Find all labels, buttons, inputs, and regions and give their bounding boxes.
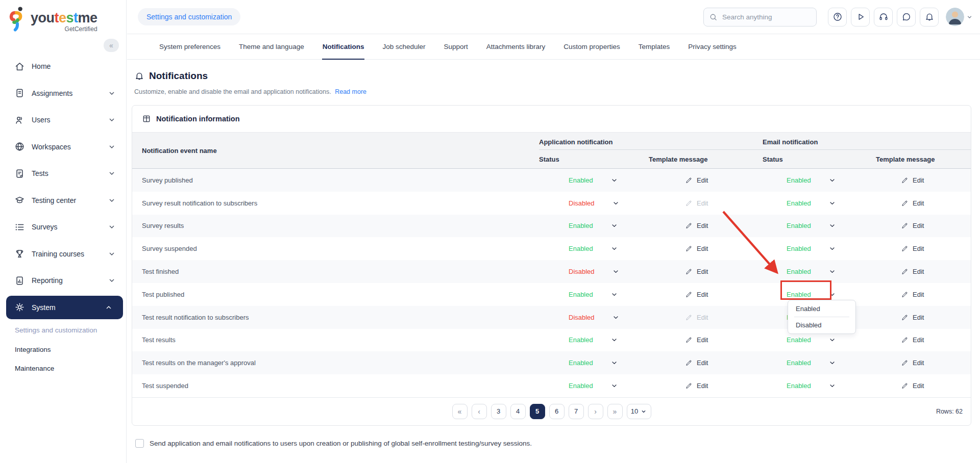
page-nav-button[interactable]: » [607, 404, 623, 419]
email-edit-button[interactable]: Edit [901, 245, 924, 252]
sidebar-item-reporting[interactable]: Reporting [0, 267, 126, 294]
email-edit-button[interactable]: Edit [901, 359, 924, 367]
sidebar-item-system[interactable]: System [6, 296, 123, 320]
status-value[interactable]: Enabled [569, 176, 593, 184]
page-button-5[interactable]: 5 [530, 404, 545, 419]
status-dropdown-toggle[interactable] [602, 382, 609, 390]
play-button[interactable] [851, 8, 870, 27]
chat-button[interactable] [897, 8, 916, 27]
app-edit-button[interactable]: Edit [685, 222, 708, 229]
app-edit-button[interactable]: Edit [685, 291, 708, 298]
email-edit-button[interactable]: Edit [901, 176, 924, 184]
app-edit-button[interactable]: Edit [685, 382, 708, 390]
app-edit-button[interactable]: Edit [685, 359, 708, 367]
email-edit-button[interactable]: Edit [901, 268, 924, 275]
avatar[interactable] [946, 8, 964, 26]
status-dropdown-toggle[interactable] [820, 268, 827, 275]
page-nav-button[interactable]: ‹ [472, 404, 487, 419]
email-edit-button[interactable]: Edit [901, 199, 924, 207]
status-dropdown-toggle[interactable] [820, 222, 827, 229]
status-value[interactable]: Enabled [569, 336, 593, 344]
bell-button[interactable] [920, 8, 939, 27]
menu-option-enabled[interactable]: Enabled [788, 301, 855, 317]
email-edit-button[interactable]: Edit [901, 336, 924, 344]
email-edit-button[interactable]: Edit [901, 382, 924, 390]
email-edit-button[interactable]: Edit [901, 222, 924, 229]
page-nav-button[interactable]: « [452, 404, 468, 419]
status-dropdown-toggle[interactable] [603, 268, 611, 275]
sidebar-collapse-button[interactable]: « [104, 39, 119, 52]
page-button-6[interactable]: 6 [549, 404, 565, 419]
app-edit-button[interactable]: Edit [685, 268, 708, 275]
status-dropdown-toggle[interactable] [820, 199, 827, 207]
status-dropdown-toggle[interactable] [820, 291, 827, 298]
status-dropdown-toggle[interactable] [603, 199, 611, 207]
status-value[interactable]: Enabled [787, 336, 811, 344]
status-value[interactable]: Enabled [569, 291, 593, 298]
app-edit-button[interactable]: Edit [685, 336, 708, 344]
status-value[interactable]: Enabled [569, 222, 593, 229]
status-value[interactable]: Enabled [787, 199, 811, 207]
status-value[interactable]: Enabled [569, 382, 593, 390]
status-value[interactable]: Enabled [787, 222, 811, 229]
menu-option-disabled[interactable]: Disabled [788, 317, 855, 333]
status-dropdown-toggle[interactable] [603, 314, 611, 321]
help-button[interactable] [828, 8, 847, 27]
sidebar-subitem-settings-and-customization[interactable]: Settings and customization [0, 321, 126, 340]
status-value[interactable]: Enabled [787, 382, 811, 390]
sidebar-subitem-integrations[interactable]: Integrations [0, 340, 126, 359]
sidebar-item-testing-center[interactable]: Testing center [0, 187, 126, 214]
page-size-select[interactable]: 10 [627, 404, 651, 419]
tab-privacy-settings[interactable]: Privacy settings [688, 34, 737, 59]
tab-attachments-library[interactable]: Attachments library [486, 34, 546, 59]
sidebar-subitem-maintenance[interactable]: Maintenance [0, 359, 126, 378]
status-dropdown-toggle[interactable] [602, 176, 609, 184]
app-edit-button[interactable]: Edit [685, 176, 708, 184]
app-edit-button[interactable]: Edit [685, 314, 708, 321]
page-nav-button[interactable]: › [588, 404, 603, 419]
tab-theme-and-language[interactable]: Theme and language [238, 34, 305, 59]
read-more-link[interactable]: Read more [335, 88, 366, 95]
tab-support[interactable]: Support [444, 34, 469, 59]
sidebar-item-training-courses[interactable]: Training courses [0, 241, 126, 268]
tab-custom-properties[interactable]: Custom properties [563, 34, 620, 59]
email-edit-button[interactable]: Edit [901, 291, 924, 298]
status-value[interactable]: Disabled [569, 314, 595, 321]
sidebar-item-home[interactable]: Home [0, 53, 126, 80]
status-value[interactable]: Disabled [569, 199, 595, 207]
sidebar-item-tests[interactable]: Tests [0, 160, 126, 187]
sidebar-item-users[interactable]: Users [0, 107, 126, 134]
status-dropdown-toggle[interactable] [820, 382, 827, 390]
status-value[interactable]: Enabled [569, 359, 593, 367]
user-menu[interactable] [946, 8, 973, 26]
page-button-4[interactable]: 4 [510, 404, 526, 419]
status-dropdown-toggle[interactable] [602, 359, 609, 367]
email-edit-button[interactable]: Edit [901, 314, 924, 321]
status-dropdown-toggle[interactable] [820, 336, 827, 344]
status-dropdown-toggle[interactable] [820, 359, 827, 367]
tab-notifications[interactable]: Notifications [322, 34, 365, 59]
search-input[interactable] [722, 13, 809, 21]
sidebar-item-assignments[interactable]: Assignments [0, 80, 126, 107]
send-notifications-checkbox[interactable] [135, 439, 144, 448]
status-dropdown-toggle[interactable] [602, 291, 609, 298]
page-button-3[interactable]: 3 [491, 404, 506, 419]
app-edit-button[interactable]: Edit [685, 199, 708, 207]
tab-system-preferences[interactable]: System preferences [159, 34, 221, 59]
headset-button[interactable] [874, 8, 893, 27]
status-dropdown-toggle[interactable] [820, 176, 827, 184]
status-dropdown-toggle[interactable] [602, 336, 609, 344]
app-edit-button[interactable]: Edit [685, 245, 708, 252]
status-value[interactable]: Enabled [787, 245, 811, 252]
global-search[interactable] [703, 8, 817, 27]
status-value[interactable]: Enabled [569, 245, 593, 252]
sidebar-item-surveys[interactable]: Surveys [0, 214, 126, 241]
tab-job-scheduler[interactable]: Job scheduler [382, 34, 426, 59]
status-value[interactable]: Enabled [787, 176, 811, 184]
status-value[interactable]: Enabled [787, 291, 811, 298]
status-dropdown-toggle[interactable] [602, 245, 609, 252]
status-dropdown-toggle[interactable] [820, 245, 827, 252]
status-value[interactable]: Enabled [787, 359, 811, 367]
sidebar-item-workspaces[interactable]: Workspaces [0, 134, 126, 161]
tab-templates[interactable]: Templates [638, 34, 671, 59]
